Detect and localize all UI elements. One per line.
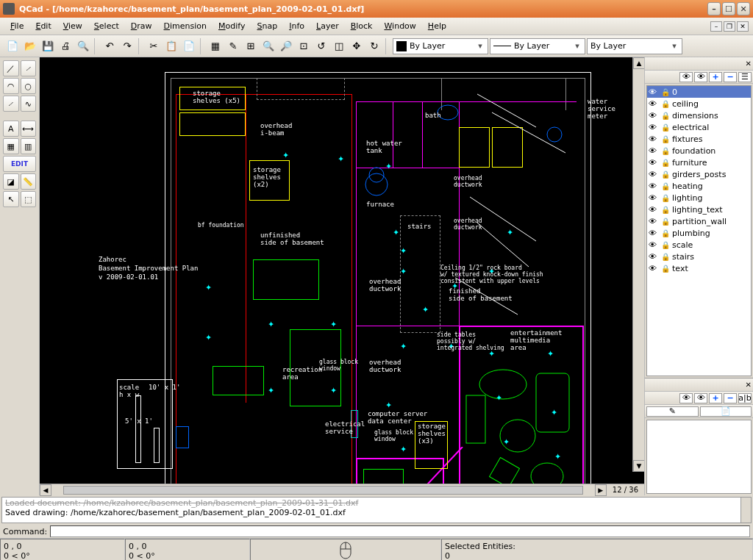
- layer-row-scale[interactable]: 👁🔒scale: [647, 239, 751, 251]
- eye-icon[interactable]: 👁: [649, 205, 659, 215]
- layer-row-furniture[interactable]: 👁🔒furniture: [647, 157, 751, 168]
- layer-list[interactable]: 👁🔒0👁🔒ceiling👁🔒dimensions👁🔒electrical👁🔒fi…: [646, 85, 752, 376]
- layer-row-stairs[interactable]: 👁🔒stairs: [647, 251, 751, 262]
- layer-remove[interactable]: −: [724, 72, 737, 82]
- tool-measure[interactable]: 📏: [21, 173, 37, 190]
- tool-image[interactable]: ▥: [21, 138, 37, 154]
- lineweight-bylayer-combo[interactable]: By Layer▾: [587, 38, 682, 54]
- block-insert[interactable]: 📄: [700, 406, 752, 417]
- linetype-bylayer-combo[interactable]: By Layer▾: [490, 38, 585, 54]
- scrollbar-horizontal[interactable]: ◀ ▶ 12 / 36: [40, 484, 644, 495]
- scrollbar-vertical[interactable]: ▲ ▼: [632, 57, 644, 472]
- menu-draw[interactable]: Draw: [125, 20, 158, 32]
- drawing-canvas[interactable]: ▲ ▼: [40, 57, 644, 484]
- layer-row-fixtures[interactable]: 👁🔒fixtures: [647, 133, 751, 145]
- redraw-button[interactable]: ↻: [366, 38, 382, 54]
- eye-icon[interactable]: 👁: [649, 240, 659, 250]
- cut-button[interactable]: ✂: [146, 38, 162, 54]
- tool-dim[interactable]: ⟷: [21, 121, 37, 137]
- eye-icon[interactable]: 👁: [649, 182, 659, 191]
- lock-icon[interactable]: 🔒: [661, 159, 670, 167]
- layer-row-partition_wall[interactable]: 👁🔒partition_wall: [647, 215, 751, 227]
- zoom-prev-button[interactable]: ↺: [313, 38, 329, 54]
- eye-icon[interactable]: 👁: [649, 146, 659, 156]
- zoom-auto-button[interactable]: ⊡: [296, 38, 312, 54]
- tool-tag[interactable]: ◪: [3, 173, 19, 190]
- eye-icon[interactable]: 👁: [649, 99, 659, 109]
- minimize-button[interactable]: –: [707, 2, 721, 15]
- block-rename[interactable]: a|b: [738, 393, 752, 403]
- layer-row-plumbing[interactable]: 👁🔒plumbing: [647, 227, 751, 239]
- lock-icon[interactable]: 🔒: [661, 229, 670, 237]
- eye-icon[interactable]: 👁: [649, 229, 659, 238]
- layer-hide-all[interactable]: 👁: [694, 72, 707, 82]
- eye-icon[interactable]: 👁: [649, 123, 659, 132]
- lock-icon[interactable]: 🔒: [661, 265, 670, 273]
- menu-info[interactable]: Info: [283, 20, 310, 32]
- menu-snap[interactable]: Snap: [251, 20, 284, 32]
- menu-edit[interactable]: Edit: [29, 20, 57, 32]
- maximize-button[interactable]: ☐: [722, 2, 735, 15]
- tool-polyline[interactable]: ⟋: [3, 96, 19, 112]
- layer-row-ceiling[interactable]: 👁🔒ceiling: [647, 98, 751, 110]
- save-button[interactable]: 💾: [40, 38, 56, 54]
- menu-layer[interactable]: Layer: [310, 20, 345, 32]
- menu-view[interactable]: View: [57, 20, 88, 32]
- lock-icon[interactable]: 🔒: [661, 218, 670, 226]
- layer-edit[interactable]: ☰: [738, 72, 752, 82]
- lock-icon[interactable]: 🔒: [661, 135, 670, 143]
- block-add[interactable]: +: [709, 393, 722, 403]
- block-edit[interactable]: ✎: [646, 406, 699, 417]
- lock-icon[interactable]: 🔒: [661, 100, 670, 108]
- eye-icon[interactable]: 👁: [649, 170, 659, 179]
- menu-modify[interactable]: Modify: [213, 20, 251, 32]
- tool-circle[interactable]: ○: [21, 78, 37, 94]
- menu-dimension[interactable]: Dimension: [158, 20, 213, 32]
- lock-icon[interactable]: 🔒: [661, 88, 670, 96]
- tool-EDIT-wide[interactable]: EDIT: [3, 156, 36, 172]
- lock-icon[interactable]: 🔒: [661, 194, 670, 202]
- layer-row-0[interactable]: 👁🔒0: [647, 86, 751, 98]
- layer-row-foundation[interactable]: 👁🔒foundation: [647, 145, 751, 157]
- lock-icon[interactable]: 🔒: [661, 206, 670, 214]
- zoom-pan-button[interactable]: ✥: [349, 38, 365, 54]
- eye-icon[interactable]: 👁: [649, 217, 659, 226]
- grid-button[interactable]: ▦: [207, 38, 224, 54]
- open-button[interactable]: 📂: [22, 38, 38, 54]
- eye-icon[interactable]: 👁: [649, 111, 659, 121]
- paste-button[interactable]: 📄: [181, 38, 197, 54]
- block-show-all[interactable]: 👁: [679, 393, 693, 403]
- eye-icon[interactable]: 👁: [649, 158, 659, 168]
- eye-icon[interactable]: 👁: [649, 264, 659, 273]
- block-hide-all[interactable]: 👁: [694, 393, 707, 403]
- redo-button[interactable]: ↷: [119, 38, 135, 54]
- zoom-in-button[interactable]: 🔍: [260, 38, 276, 54]
- tool-pointer[interactable]: ↖: [3, 191, 19, 207]
- menu-select[interactable]: Select: [88, 20, 125, 32]
- tool-arc-line[interactable]: ⟋: [21, 60, 37, 76]
- lock-icon[interactable]: 🔒: [661, 182, 670, 190]
- mdi-close[interactable]: ✕: [737, 21, 749, 32]
- layer-row-heating[interactable]: 👁🔒heating: [647, 180, 751, 192]
- lock-icon[interactable]: 🔒: [661, 253, 670, 261]
- copy-button[interactable]: 📋: [163, 38, 179, 54]
- new-button[interactable]: 📄: [4, 38, 21, 54]
- undo-button[interactable]: ↶: [101, 38, 118, 54]
- tool-line[interactable]: ／: [3, 60, 19, 76]
- layer-row-lighting[interactable]: 👁🔒lighting: [647, 192, 751, 204]
- mdi-restore[interactable]: ❐: [724, 21, 735, 32]
- color-bylayer-combo[interactable]: By Layer▾: [393, 38, 488, 54]
- mdi-minimize[interactable]: –: [710, 21, 722, 32]
- layer-row-dimensions[interactable]: 👁🔒dimensions: [647, 110, 751, 121]
- command-input[interactable]: [50, 525, 750, 537]
- layer-row-girders_posts[interactable]: 👁🔒girders_posts: [647, 168, 751, 180]
- print-preview-button[interactable]: 🔍: [75, 38, 91, 54]
- layer-row-text[interactable]: 👁🔒text: [647, 262, 751, 274]
- print-button[interactable]: 🖨: [57, 38, 74, 54]
- tool-text-A[interactable]: A: [3, 121, 19, 137]
- tool-arc[interactable]: ◠: [3, 78, 19, 94]
- block-remove[interactable]: −: [724, 393, 737, 403]
- menu-file[interactable]: File: [4, 20, 29, 32]
- eye-icon[interactable]: 👁: [649, 252, 659, 262]
- eye-icon[interactable]: 👁: [649, 87, 659, 97]
